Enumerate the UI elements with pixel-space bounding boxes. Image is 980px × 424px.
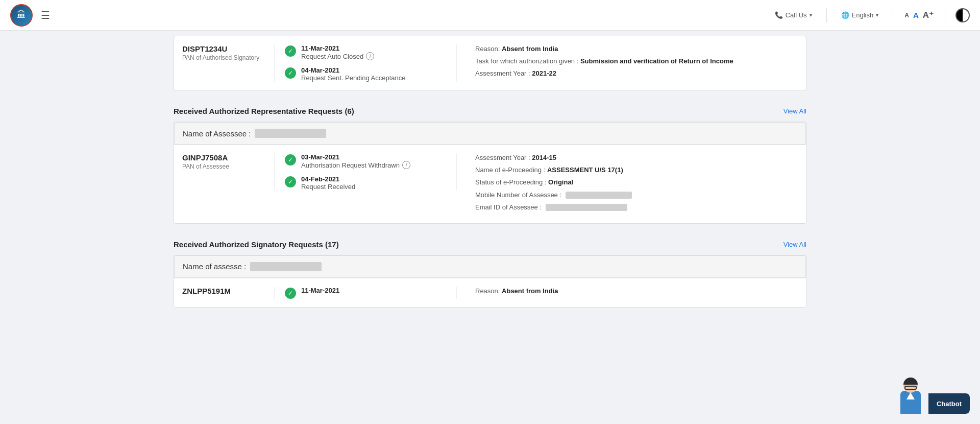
sig-card-details: Reason: Absent from India (467, 287, 798, 299)
assessee-name-redacted (255, 129, 326, 138)
rep-status-row: Status of e-Proceeding : Original (475, 178, 798, 187)
timeline-item: ✓ 11-Mar-2021 Request Auto Closed i (285, 44, 446, 60)
top-card-timeline: ✓ 11-Mar-2021 Request Auto Closed i ✓ 04… (274, 44, 457, 82)
card-pan-section: DISPT1234U PAN of Authorised Signatory (182, 44, 264, 61)
rep-email-row: Email ID of Assessee : (475, 203, 798, 212)
timeline-desc: Authorisation Request Withdrawn i (301, 161, 446, 169)
rep-proceeding-row: Name of e-Proceeding : ASSESSMENT U/S 17… (475, 166, 798, 175)
timeline-item: ✓ 03-Mar-2021 Authorisation Request With… (285, 153, 446, 169)
sig-view-all-button[interactable]: View All (783, 241, 806, 248)
timeline-desc: Request Sent. Pending Acceptance (301, 74, 446, 82)
check-icon: ✓ (285, 67, 296, 79)
sig-pan-section: ZNLPP5191M (182, 287, 264, 295)
divider (893, 8, 893, 22)
divider (826, 8, 827, 22)
contrast-toggle[interactable] (955, 8, 970, 22)
app-header: 🏛 ☰ 📞 Call Us ▾ 🌐 English ▾ A A A⁺ (0, 0, 980, 31)
hamburger-menu[interactable]: ☰ (41, 9, 50, 21)
main-content: DISPT1234U PAN of Authorised Signatory ✓… (133, 36, 847, 331)
font-size-controls: A A A⁺ (903, 9, 935, 21)
app-logo: 🏛 (10, 4, 33, 27)
info-icon[interactable]: i (402, 161, 410, 169)
chevron-down-icon: ▾ (876, 12, 878, 18)
sig-card-body: ZNLPP5191M ✓ 11-Mar-2021 Reason: Absent … (174, 278, 806, 307)
rep-pan-section: GINPJ7508A PAN of Assessee (182, 153, 264, 170)
mobile-redacted (566, 192, 632, 199)
timeline-desc: Request Auto Closed i (301, 52, 446, 60)
sig-section-header: Received Authorized Signatory Requests (… (174, 232, 806, 255)
rep-section-title: Received Authorized Representative Reque… (174, 107, 354, 115)
sig-assessee-name-header: Name of assesse : (174, 255, 806, 278)
rep-mobile-row: Mobile Number of Assessee : (475, 191, 798, 200)
rep-view-all-button[interactable]: View All (783, 107, 806, 115)
rep-pan-id: GINPJ7508A (182, 153, 264, 162)
pan-id: DISPT1234U (182, 44, 264, 53)
timeline-item: ✓ 04-Mar-2021 Request Sent. Pending Acce… (285, 66, 446, 82)
header-right: 📞 Call Us ▾ 🌐 English ▾ A A A⁺ (771, 8, 970, 22)
timeline-desc: Request Received (301, 183, 446, 191)
top-card-body: DISPT1234U PAN of Authorised Signatory ✓… (174, 36, 806, 90)
language-button[interactable]: 🌐 English ▾ (837, 9, 883, 21)
sig-section-title: Received Authorized Signatory Requests (… (174, 240, 339, 249)
rep-card: Name of Assessee : GINPJ7508A PAN of Ass… (174, 122, 806, 224)
timeline-date: 11-Mar-2021 (301, 44, 446, 52)
sig-assessee-name-redacted (250, 262, 322, 271)
rep-section-header: Received Authorized Representative Reque… (174, 99, 806, 122)
check-icon: ✓ (285, 288, 296, 299)
timeline-date: 04-Feb-2021 (301, 175, 446, 183)
email-redacted (546, 204, 627, 211)
phone-icon: 📞 (775, 11, 783, 19)
divider (945, 8, 945, 22)
timeline-item: ✓ 11-Mar-2021 (285, 287, 446, 299)
sig-card-timeline: ✓ 11-Mar-2021 (274, 287, 457, 299)
timeline-date: 04-Mar-2021 (301, 66, 446, 74)
chevron-down-icon: ▾ (810, 12, 812, 18)
sig-card: Name of assesse : ZNLPP5191M ✓ 11-Mar-20… (174, 255, 806, 308)
rep-card-timeline: ✓ 03-Mar-2021 Authorisation Request With… (274, 153, 457, 191)
font-small-button[interactable]: A (903, 11, 910, 20)
font-medium-button[interactable]: A (912, 10, 920, 20)
timeline-date: 11-Mar-2021 (301, 287, 446, 294)
timeline-item: ✓ 04-Feb-2021 Request Received (285, 175, 446, 191)
sig-pan-id: ZNLPP5191M (182, 287, 264, 295)
reason-row: Reason: Absent from India (475, 44, 798, 54)
check-icon: ✓ (285, 176, 296, 187)
check-icon: ✓ (285, 45, 296, 57)
rep-card-body: GINPJ7508A PAN of Assessee ✓ 03-Mar-2021… (174, 145, 806, 223)
ay-row: Assessment Year : 2021-22 (475, 69, 798, 78)
info-icon[interactable]: i (366, 52, 374, 60)
top-partial-card: DISPT1234U PAN of Authorised Signatory ✓… (174, 36, 806, 90)
header-left: 🏛 ☰ (10, 4, 50, 27)
timeline-date: 03-Mar-2021 (301, 153, 446, 161)
check-icon: ✓ (285, 154, 296, 166)
task-row: Task for which authorization given : Sub… (475, 57, 798, 66)
rep-ay-row: Assessment Year : 2014-15 (475, 153, 798, 162)
pan-label: PAN of Authorised Signatory (182, 54, 264, 61)
rep-pan-label: PAN of Assessee (182, 163, 264, 170)
top-card-details: Reason: Absent from India Task for which… (467, 44, 798, 82)
assessee-name-header: Name of Assessee : (174, 122, 806, 145)
font-large-button[interactable]: A⁺ (922, 9, 935, 21)
rep-card-details: Assessment Year : 2014-15 Name of e-Proc… (467, 153, 798, 215)
call-us-button[interactable]: 📞 Call Us ▾ (771, 9, 816, 21)
sig-reason-row: Reason: Absent from India (475, 287, 798, 296)
globe-icon: 🌐 (841, 11, 849, 19)
